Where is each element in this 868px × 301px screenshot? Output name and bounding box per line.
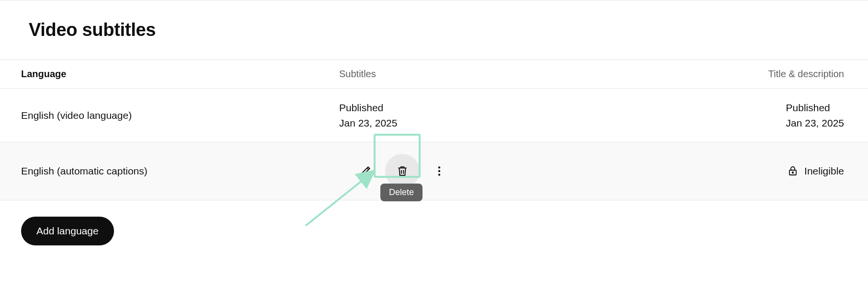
svg-point-2 [438, 174, 440, 175]
title-desc-status: Published [786, 100, 844, 116]
svg-point-5 [792, 172, 794, 174]
title-desc-date: Jan 23, 2025 [786, 116, 844, 131]
delete-tooltip: Delete [380, 184, 423, 201]
svg-point-1 [438, 170, 440, 172]
trash-icon [396, 165, 409, 177]
subtitle-row[interactable]: English (automatic captions) Delete [0, 142, 868, 200]
table-header: Language Subtitles Title & description [0, 59, 868, 89]
edit-subtitle-button[interactable] [354, 160, 377, 182]
lock-icon [787, 165, 799, 177]
row-title-description: Published Jan 23, 2025 [724, 100, 849, 130]
svg-point-0 [438, 166, 440, 168]
add-language-button[interactable]: Add language [21, 217, 114, 245]
row-language: English (video language) [19, 110, 339, 121]
header-section: Video subtitles [0, 0, 868, 59]
title-desc-status: Ineligible [804, 165, 844, 177]
row-subtitles: Published Jan 23, 2025 [339, 100, 724, 130]
pencil-icon [359, 165, 372, 177]
subtitle-row[interactable]: English (video language) Published Jan 2… [0, 89, 868, 142]
row-language: English (automatic captions) [19, 165, 339, 177]
page-title: Video subtitles [29, 20, 868, 40]
column-header-language[interactable]: Language [19, 69, 339, 80]
column-header-subtitles: Subtitles [339, 69, 724, 80]
more-options-button[interactable] [428, 160, 450, 182]
subtitle-status: Published [339, 100, 397, 116]
row-title-description: Ineligible [724, 165, 849, 177]
row-subtitles-actions: Delete [339, 154, 724, 188]
subtitle-date: Jan 23, 2025 [339, 116, 397, 131]
kebab-icon [433, 165, 445, 177]
column-header-title-description: Title & description [724, 69, 849, 80]
